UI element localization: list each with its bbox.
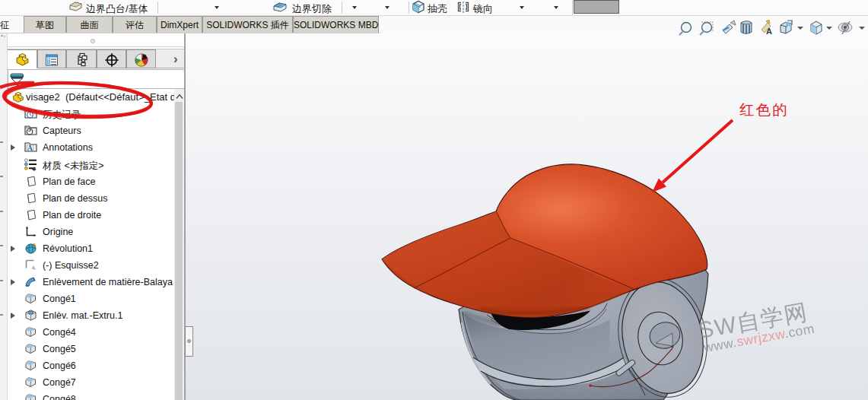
svg-text:红色的: 红色的 xyxy=(739,101,789,118)
